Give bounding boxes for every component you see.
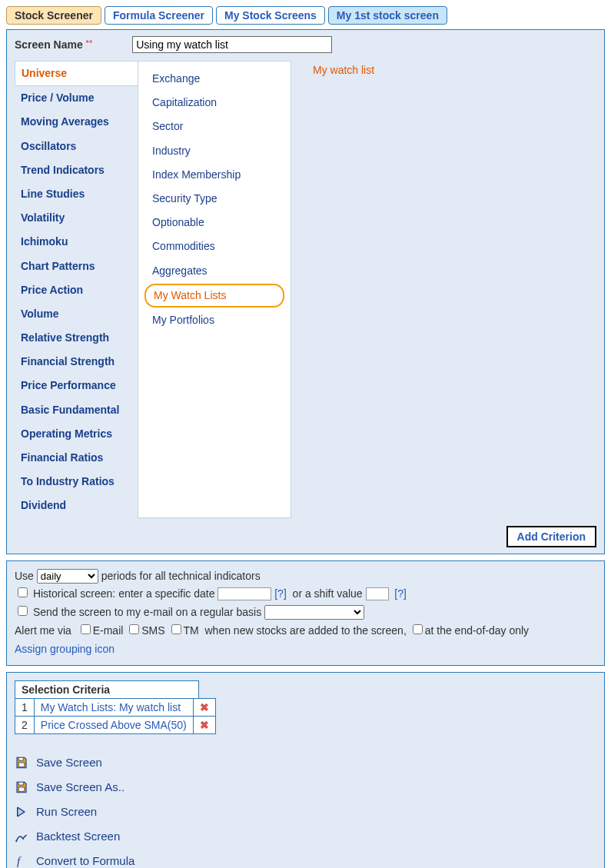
category-list: Universe Price / Volume Moving Averages …	[15, 61, 138, 518]
add-criterion-button[interactable]: Add Criterion	[506, 526, 596, 547]
tab-my-1st-stock-screen[interactable]: My 1st stock screen	[328, 6, 447, 25]
settings-panel: Use daily periods for all technical indi…	[6, 560, 605, 666]
category-trend-indicators[interactable]: Trend Indicators	[15, 158, 138, 182]
alert-tm-label: TM	[184, 624, 199, 637]
alert-sms-checkbox[interactable]	[129, 624, 139, 634]
historical-label: Historical screen: enter a specific date	[33, 587, 215, 600]
svg-rect-3	[18, 787, 25, 791]
svg-text:f: f	[17, 854, 22, 866]
sub-optionable[interactable]: Optionable	[144, 211, 284, 234]
sub-my-portfolios[interactable]: My Portfolios	[144, 309, 284, 331]
save-screen-button[interactable]: Save Screen	[15, 756, 596, 770]
sub-sector[interactable]: Sector	[144, 115, 284, 138]
send-email-label: Send the screen to my e-mail on a regula…	[33, 606, 261, 618]
alert-mid: when new stocks are added to the screen,	[205, 624, 407, 637]
assign-grouping-icon-link[interactable]: Assign grouping icon	[15, 640, 596, 659]
category-line-studies[interactable]: Line Studies	[15, 182, 138, 206]
email-frequency-select[interactable]	[264, 605, 364, 620]
use-label: Use	[15, 570, 34, 582]
sub-capitalization[interactable]: Capitalization	[144, 91, 284, 114]
category-volume[interactable]: Volume	[15, 302, 138, 326]
delete-icon[interactable]: ✖	[200, 719, 209, 731]
criteria-picker: Universe Price / Volume Moving Averages …	[15, 61, 596, 518]
use-suffix: periods for all technical indicators	[101, 570, 261, 582]
detail-title: My watch list	[313, 64, 575, 76]
save-screen-as-button[interactable]: Save Screen As..	[15, 780, 596, 794]
help-shift[interactable]: [?]	[394, 587, 407, 600]
tab-my-stock-screens[interactable]: My Stock Screens	[216, 6, 325, 25]
category-volatility[interactable]: Volatility	[15, 206, 138, 230]
alert-email-checkbox[interactable]	[81, 624, 91, 634]
alert-email-label: E-mail	[93, 624, 124, 637]
sub-industry[interactable]: Industry	[144, 140, 284, 162]
svg-point-4	[15, 840, 17, 841]
alert-sms-label: SMS	[141, 624, 164, 637]
category-financial-ratios[interactable]: Financial Ratios	[15, 446, 138, 470]
alert-eod-label: at the end-of-day only	[425, 624, 529, 637]
screen-name-input[interactable]	[132, 36, 332, 53]
category-chart-patterns[interactable]: Chart Patterns	[15, 254, 138, 278]
alert-tm-checkbox[interactable]	[171, 624, 181, 634]
row-number: 2	[15, 716, 35, 733]
category-price-action[interactable]: Price Action	[15, 278, 138, 302]
save-as-icon	[15, 780, 28, 794]
criteria-header: Selection Criteria	[15, 680, 199, 699]
screen-builder-panel: Screen Name ** Universe Price / Volume M…	[6, 29, 605, 554]
category-price-volume[interactable]: Price / Volume	[15, 86, 138, 110]
subcategory-list: Exchange Capitalization Sector Industry …	[138, 61, 291, 518]
criterion-text[interactable]: My Watch Lists: My watch list	[34, 698, 193, 716]
sub-aggregates[interactable]: Aggregates	[144, 260, 284, 282]
sub-my-watch-lists[interactable]: My Watch Lists	[144, 284, 284, 308]
category-price-performance[interactable]: Price Performance	[15, 374, 138, 397]
actions-list: Save Screen Save Screen As.. Run Screen …	[15, 756, 596, 868]
row-number: 1	[15, 698, 35, 716]
category-moving-averages[interactable]: Moving Averages	[15, 110, 138, 134]
category-universe[interactable]: Universe	[15, 61, 138, 86]
historical-checkbox[interactable]	[18, 587, 28, 597]
or-shift-label: or a shift value	[293, 587, 363, 600]
alert-prefix: Alert me via	[15, 624, 71, 637]
criteria-detail: My watch list	[291, 61, 596, 518]
category-financial-strength[interactable]: Financial Strength	[15, 350, 138, 374]
screen-name-label: Screen Name **	[15, 38, 92, 51]
send-email-checkbox[interactable]	[18, 606, 28, 616]
run-screen-button[interactable]: Run Screen	[15, 805, 596, 819]
tab-stock-screener[interactable]: Stock Screener	[6, 6, 101, 25]
category-operating-metrics[interactable]: Operating Metrics	[15, 422, 138, 446]
period-select[interactable]: daily	[37, 569, 98, 584]
category-relative-strength[interactable]: Relative Strength	[15, 326, 138, 350]
alert-eod-checkbox[interactable]	[413, 624, 423, 634]
svg-rect-1	[18, 763, 25, 767]
criterion-text[interactable]: Price Crossed Above SMA(50)	[34, 716, 193, 733]
category-basic-fundamental[interactable]: Basic Fundamental	[15, 398, 138, 422]
category-oscillators[interactable]: Oscillators	[15, 135, 138, 158]
table-row: 1 My Watch Lists: My watch list ✖	[15, 698, 216, 716]
historical-date-input[interactable]	[218, 587, 271, 600]
category-ichimoku[interactable]: Ichimoku	[15, 230, 138, 254]
help-date[interactable]: [?]	[274, 587, 287, 600]
convert-to-formula-button[interactable]: f Convert to Formula	[15, 854, 596, 868]
svg-rect-0	[18, 757, 23, 760]
delete-icon[interactable]: ✖	[200, 701, 209, 713]
sub-index-membership[interactable]: Index Membership	[144, 164, 284, 186]
run-icon	[15, 805, 28, 819]
formula-icon: f	[15, 854, 28, 868]
svg-rect-2	[18, 782, 23, 785]
table-row: 2 Price Crossed Above SMA(50) ✖	[15, 716, 216, 733]
save-icon	[15, 756, 28, 770]
shift-value-input[interactable]	[366, 587, 389, 600]
sub-exchange[interactable]: Exchange	[144, 68, 284, 90]
backtest-screen-button[interactable]: Backtest Screen	[15, 830, 596, 843]
tab-formula-screener[interactable]: Formula Screener	[105, 6, 213, 25]
category-to-industry-ratios[interactable]: To Industry Ratios	[15, 470, 138, 494]
selection-criteria-panel: Selection Criteria 1 My Watch Lists: My …	[6, 672, 605, 868]
top-tabs: Stock Screener Formula Screener My Stock…	[6, 6, 605, 25]
sub-commodities[interactable]: Commodities	[144, 235, 284, 258]
category-dividend[interactable]: Dividend	[15, 494, 138, 517]
criteria-table: 1 My Watch Lists: My watch list ✖ 2 Pric…	[15, 698, 216, 734]
sub-security-type[interactable]: Security Type	[144, 188, 284, 210]
backtest-icon	[15, 830, 28, 843]
